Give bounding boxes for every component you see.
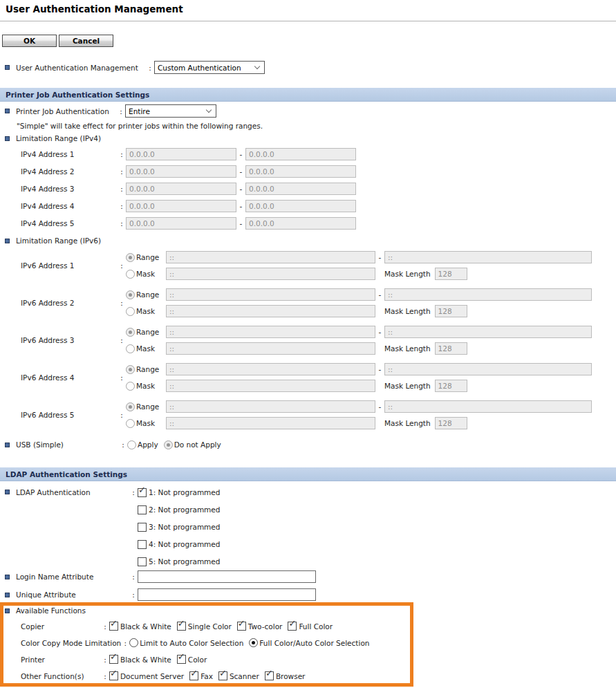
ipv4-to-input (245, 165, 356, 178)
colon-separator: : (118, 411, 126, 419)
ipv4-address-row: IPv4 Address 1 : - (0, 148, 356, 160)
page-title: User Authentication Management (6, 3, 183, 15)
ipv6-address-label: IPv6 Address 3 (21, 336, 118, 344)
other-function-label: Fax (200, 672, 213, 680)
printer-option[interactable]: ✓ Color (177, 655, 207, 664)
ldap-server-checkbox[interactable] (138, 557, 147, 566)
colon-separator: : (129, 591, 138, 599)
limitation-range-ipv6-label: Limitation Range (IPv6) (16, 236, 101, 245)
ldap-server-label: 2: Not programmed (149, 505, 220, 514)
user-auth-mode-select[interactable]: Custom Authentication (154, 61, 265, 74)
ldap-server-list: ✓ 1: Not programmed 2: Not programmed 3:… (138, 487, 220, 574)
login-name-attribute-label: Login Name Attribute (16, 573, 129, 581)
ccml-option-label: Limit to Auto Color Selection (140, 639, 243, 647)
ldap-server-checkbox[interactable] (138, 505, 147, 514)
cancel-button[interactable]: Cancel (59, 35, 113, 47)
other-function-label: Scanner (230, 672, 259, 680)
printer-option-label: Black & White (120, 656, 171, 664)
ipv6-mask-input (166, 305, 375, 317)
ipv4-to-input (245, 148, 356, 160)
copier-option-label: Two-color (248, 622, 283, 631)
colon-separator: : (118, 336, 126, 344)
ldap-server-checkbox[interactable] (138, 523, 147, 532)
check-icon: ✓ (238, 618, 245, 629)
mask-length-input (435, 305, 467, 317)
printer-job-auth-section-header: Printer Job Authentication Settings (0, 88, 616, 102)
mask-length-label: Mask Length (384, 307, 431, 315)
other-functions-row: Other Function(s) : ✓ Document Server ✓ … (0, 671, 310, 681)
printer-job-auth-label: Printer Job Authentication (16, 107, 117, 115)
unique-attribute-input[interactable] (138, 588, 316, 601)
ipv6-address-label: IPv6 Address 2 (21, 299, 118, 307)
available-functions-row: Available Functions (0, 606, 86, 615)
copier-single-color-checkbox[interactable]: ✓ (177, 622, 186, 631)
copier-option[interactable]: ✓ Black & White (109, 622, 171, 631)
ipv4-address-row: IPv4 Address 3 : - (0, 183, 356, 195)
ipv6-range-to-input (384, 363, 592, 375)
colon-separator: : (119, 440, 127, 449)
colon-separator: : (129, 487, 138, 496)
document-server-checkbox[interactable]: ✓ (109, 671, 118, 680)
printer-option[interactable]: ✓ Black & White (109, 655, 171, 664)
ldap-server-option[interactable]: ✓ 1: Not programmed (138, 487, 220, 497)
ipv4-address-row: IPv4 Address 5 : - (0, 217, 356, 230)
copier-row: Copier : ✓ Black & White ✓ Single Color … (0, 621, 338, 631)
other-function-option[interactable]: ✓ Fax (189, 671, 213, 680)
copier-full-color-checkbox[interactable]: ✓ (288, 622, 297, 631)
available-functions-label: Available Functions (16, 606, 86, 615)
check-icon: ✓ (110, 618, 118, 629)
ipv6-range-radio-label: Range (136, 328, 159, 336)
printer-job-auth-select[interactable]: Entire (125, 104, 216, 118)
ldap-server-checkbox[interactable]: ✓ (138, 488, 147, 497)
ldap-server-option[interactable]: 4: Not programmed (138, 539, 220, 549)
ldap-server-label: 5: Not programmed (149, 557, 220, 566)
limit-auto-color-radio[interactable] (129, 638, 138, 647)
other-function-option[interactable]: ✓ Document Server (109, 671, 184, 680)
ccml-option-label: Full Color/Auto Color Selection (259, 639, 369, 647)
colon-separator: : (118, 219, 126, 227)
mask-length-input (435, 268, 467, 280)
copier-two-color-checkbox[interactable]: ✓ (237, 622, 246, 631)
ldap-server-option[interactable]: 5: Not programmed (138, 557, 220, 566)
ipv4-address-label: IPv4 Address 5 (21, 219, 118, 227)
copier-bw-checkbox[interactable]: ✓ (109, 622, 118, 631)
scanner-checkbox[interactable]: ✓ (218, 671, 227, 680)
other-function-option[interactable]: ✓ Browser (265, 671, 306, 680)
ldap-server-checkbox[interactable] (138, 540, 147, 549)
browser-checkbox[interactable]: ✓ (265, 671, 274, 680)
ok-button[interactable]: OK (2, 35, 57, 47)
chevron-down-icon (254, 64, 260, 69)
copier-option[interactable]: ✓ Two-color (237, 622, 283, 631)
dash-separator: - (375, 290, 384, 299)
copier-option[interactable]: ✓ Full Color (288, 622, 333, 631)
ipv4-from-input (126, 148, 236, 160)
ccml-option[interactable]: Full Color/Auto Color Selection (249, 638, 369, 647)
printer-bw-checkbox[interactable]: ✓ (109, 655, 118, 664)
copier-option[interactable]: ✓ Single Color (177, 622, 232, 631)
other-function-label: Document Server (120, 672, 184, 680)
limitation-range-ipv4-label: Limitation Range (IPv4) (16, 134, 101, 142)
ipv6-range-radio (126, 365, 135, 374)
ldap-server-option[interactable]: 3: Not programmed (138, 522, 220, 532)
full-color-auto-radio[interactable] (249, 638, 258, 647)
ipv6-address-group: IPv6 Address 2 : Range - Mask Mask Lengt… (0, 288, 592, 317)
colon-separator: : (101, 672, 109, 680)
colon-separator: : (118, 185, 126, 193)
other-function-option[interactable]: ✓ Scanner (218, 671, 259, 680)
printer-option-label: Color (188, 656, 207, 664)
ldap-server-option[interactable]: 2: Not programmed (138, 505, 220, 514)
login-name-input[interactable] (138, 570, 316, 583)
ipv6-mask-input (166, 268, 375, 280)
ipv4-address-label: IPv4 Address 1 (21, 150, 118, 158)
ipv6-range-from-input (166, 288, 375, 301)
ipv6-range-from-input (166, 363, 375, 375)
printer-color-checkbox[interactable]: ✓ (177, 655, 186, 664)
fax-checkbox[interactable]: ✓ (189, 671, 198, 680)
ipv6-mask-radio (126, 419, 135, 428)
usb-do-not-apply-label: Do not Apply (174, 440, 221, 449)
ldap-server-label: 3: Not programmed (149, 523, 220, 531)
ipv6-address-label: IPv6 Address 4 (21, 373, 118, 382)
bullet-icon (5, 109, 10, 113)
ccml-option[interactable]: Limit to Auto Color Selection (129, 638, 243, 647)
copier-option-label: Black & White (120, 622, 171, 631)
